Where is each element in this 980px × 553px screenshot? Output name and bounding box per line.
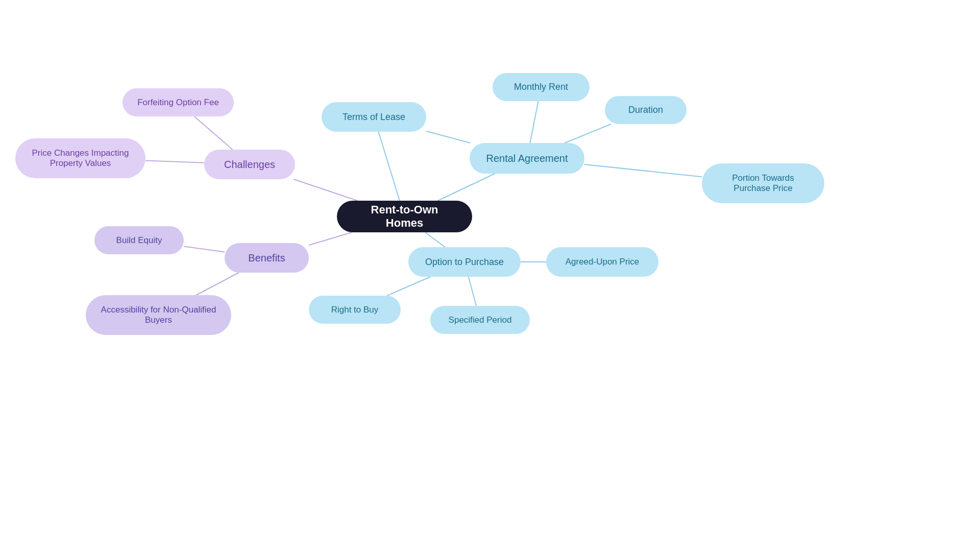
right-to-buy-node: Right to Buy <box>309 296 401 324</box>
svg-line-4 <box>425 232 445 247</box>
svg-line-10 <box>145 161 204 163</box>
agreed-upon-price-node: Agreed-Upon Price <box>546 247 658 277</box>
svg-line-1 <box>378 132 400 201</box>
rental-agreement-node: Rental Agreement <box>470 143 584 174</box>
option-to-purchase-node: Option to Purchase <box>408 247 521 277</box>
svg-line-2 <box>293 179 357 201</box>
svg-line-8 <box>426 131 470 143</box>
duration-node: Duration <box>605 96 687 124</box>
svg-line-14 <box>387 277 430 296</box>
svg-line-7 <box>584 164 702 177</box>
svg-line-5 <box>530 101 538 143</box>
benefits-node: Benefits <box>225 243 309 273</box>
center-node: Rent-to-Own Homes <box>337 201 472 232</box>
price-changes-node: Price Changes Impacting Property Values <box>15 138 145 178</box>
portion-purchase-price-node: Portion Towards Purchase Price <box>702 163 824 203</box>
svg-line-11 <box>184 247 225 252</box>
terms-of-lease-node: Terms of Lease <box>322 102 426 132</box>
build-equity-node: Build Equity <box>94 226 184 254</box>
svg-line-12 <box>196 273 238 295</box>
monthly-rent-node: Monthly Rent <box>493 73 590 101</box>
specified-period-node: Specified Period <box>430 306 530 334</box>
challenges-node: Challenges <box>204 150 295 179</box>
accessibility-buyers-node: Accessibility for Non-Qualified Buyers <box>86 295 231 335</box>
svg-line-15 <box>469 277 476 306</box>
forfeiting-option-fee-node: Forfeiting Option Fee <box>122 88 234 116</box>
svg-line-9 <box>194 116 233 150</box>
svg-line-0 <box>438 174 495 201</box>
svg-line-6 <box>565 124 611 143</box>
svg-line-3 <box>309 232 352 245</box>
